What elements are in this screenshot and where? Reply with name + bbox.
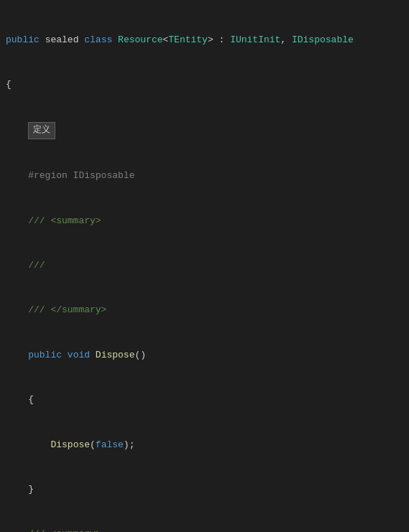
interface-idisposable: IDisposable — [292, 34, 354, 45]
keyword-public-2: public — [6, 350, 62, 360]
xml-comment-2: /// — [6, 260, 45, 271]
keyword-void-1: void — [68, 350, 90, 360]
code-line-brace3: } — [6, 482, 403, 498]
code-line-dispose1: public void Dispose() — [6, 348, 403, 363]
code-line-1: public sealed class Resource<TEntity> : … — [6, 33, 403, 48]
generic-type: TEntity — [168, 34, 208, 45]
code-line-region: #region IDisposable — [6, 169, 403, 184]
class-name: Resource — [118, 34, 162, 45]
code-line-comment4: /// <summary> — [6, 527, 403, 532]
code-line-comment3: /// </summary> — [6, 303, 403, 318]
method-dispose-1: Dispose — [96, 350, 135, 360]
code-line-comment2: /// — [6, 258, 403, 274]
xml-comment-3: /// </summary> — [6, 304, 106, 315]
code-editor: public sealed class Resource<TEntity> : … — [0, 0, 409, 532]
code-line-dispose-false: Dispose(false); — [6, 438, 403, 453]
method-dispose-call: Dispose — [50, 439, 90, 450]
xml-comment-4: /// <summary> — [6, 528, 101, 532]
code-line-comment1: /// <summary> — [6, 214, 403, 229]
tooltip-definition: 定义 — [28, 122, 55, 139]
keyword-class: class — [84, 34, 112, 45]
code-line-brace2: { — [6, 393, 403, 408]
interface-iunitinit: IUnitInit — [230, 34, 280, 45]
code-line-tooltip: 定义 — [6, 122, 403, 139]
code-line-brace1: { — [6, 78, 403, 93]
keyword-public: public — [6, 34, 40, 45]
keyword-sealed: sealed — [45, 34, 79, 45]
keyword-false: false — [96, 439, 124, 450]
xml-comment-1: /// <summary> — [6, 215, 101, 226]
region-directive: #region IDisposable — [6, 170, 134, 181]
